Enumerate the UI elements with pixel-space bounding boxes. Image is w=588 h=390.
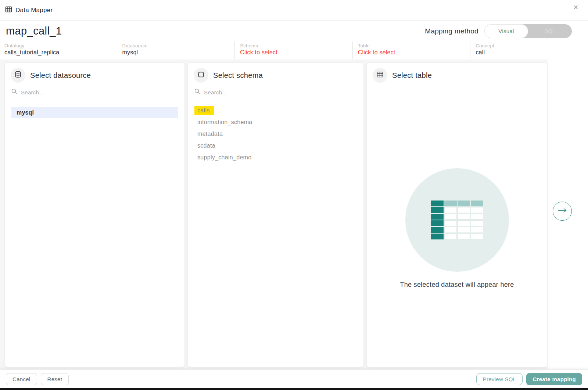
meta-datasource-value: mysql <box>122 49 235 56</box>
next-step-button[interactable] <box>553 202 572 221</box>
table-illustration <box>431 201 483 239</box>
panel-select-datasource: Select datasource mysql <box>4 62 185 367</box>
schema-item-scdata[interactable]: scdata <box>197 142 363 149</box>
meta-schema-label: Schema <box>240 43 352 48</box>
meta-table-value[interactable]: Click to select <box>358 49 470 56</box>
meta-datasource: Datasource mysql <box>117 41 235 59</box>
schema-icon-circle <box>194 68 208 83</box>
datasource-search-input[interactable] <box>21 89 179 95</box>
datasource-search <box>11 89 179 100</box>
panel-title-table: Select table <box>392 71 432 80</box>
meta-schema: Schema Click to select <box>234 41 352 59</box>
panel-title-schema: Select schema <box>213 71 263 80</box>
meta-ontology-value: calls_tutorial_replica <box>4 49 117 56</box>
meta-concept-label: Concept <box>476 43 588 48</box>
meta-concept: Concept call <box>470 41 588 59</box>
data-mapper-dialog: Data Mapper ✕ map_call_1 Mapping method … <box>0 0 588 390</box>
header-row: map_call_1 Mapping method Visual SQL <box>0 21 588 41</box>
panel-select-schema: Select schema calls information_schema m… <box>187 62 364 367</box>
meta-table-label: Table <box>358 43 470 48</box>
search-icon <box>11 89 17 96</box>
empty-state-illustration <box>405 168 509 272</box>
top-bar: Data Mapper ✕ <box>0 0 588 21</box>
meta-schema-value[interactable]: Click to select <box>240 49 352 56</box>
panel-select-table: Select table The selected dataset will a… <box>366 62 548 367</box>
window-bottom-edge <box>0 388 588 390</box>
datasource-item-mysql[interactable]: mysql <box>11 107 178 118</box>
table-grid-icon <box>5 6 12 14</box>
schema-search <box>194 89 358 100</box>
datasource-item-label: mysql <box>17 109 34 116</box>
window-title: Data Mapper <box>15 7 53 14</box>
schema-item-supply-chain-demo[interactable]: supply_chain_demo <box>197 154 363 161</box>
search-icon <box>194 89 200 96</box>
schema-search-input[interactable] <box>204 89 358 95</box>
arrow-right-icon <box>557 207 567 215</box>
table-icon-circle <box>373 68 387 83</box>
meta-ontology: Ontology calls_tutorial_replica <box>0 41 117 59</box>
schema-item-calls[interactable]: calls <box>197 106 363 114</box>
metadata-strip: Ontology calls_tutorial_replica Datasour… <box>0 41 588 59</box>
close-icon[interactable]: ✕ <box>573 4 578 11</box>
meta-ontology-label: Ontology <box>4 43 117 48</box>
mapping-name-title: map_call_1 <box>6 25 62 37</box>
cancel-button[interactable]: Cancel <box>6 373 37 385</box>
schema-square-icon <box>198 72 204 79</box>
schema-item-highlight: calls <box>194 106 214 115</box>
preview-sql-button[interactable]: Preview SQL <box>476 373 523 385</box>
mapping-method-toggle: Visual SQL <box>484 24 572 38</box>
create-mapping-button[interactable]: Create mapping <box>526 373 582 385</box>
meta-table: Table Click to select <box>352 41 470 59</box>
meta-concept-value: call <box>476 49 588 56</box>
empty-state-text: The selected dataset will appear here <box>367 281 547 289</box>
table-grid-icon <box>377 71 383 79</box>
schema-list: calls information_schema metadata scdata… <box>197 106 363 161</box>
meta-datasource-label: Datasource <box>122 43 235 48</box>
mapping-method-label: Mapping method <box>425 27 478 35</box>
database-icon <box>15 71 21 80</box>
datasource-icon-circle <box>11 68 25 83</box>
footer-bar: Cancel Reset Preview SQL Create mapping <box>0 369 588 388</box>
toggle-sql[interactable]: SQL <box>528 24 572 38</box>
schema-item-information-schema[interactable]: information_schema <box>197 118 363 126</box>
panel-title-datasource: Select datasource <box>30 71 91 80</box>
main-area: Select datasource mysql <box>0 59 588 369</box>
reset-button[interactable]: Reset <box>41 373 69 385</box>
toggle-visual[interactable]: Visual <box>484 24 528 38</box>
schema-item-metadata[interactable]: metadata <box>197 130 363 138</box>
